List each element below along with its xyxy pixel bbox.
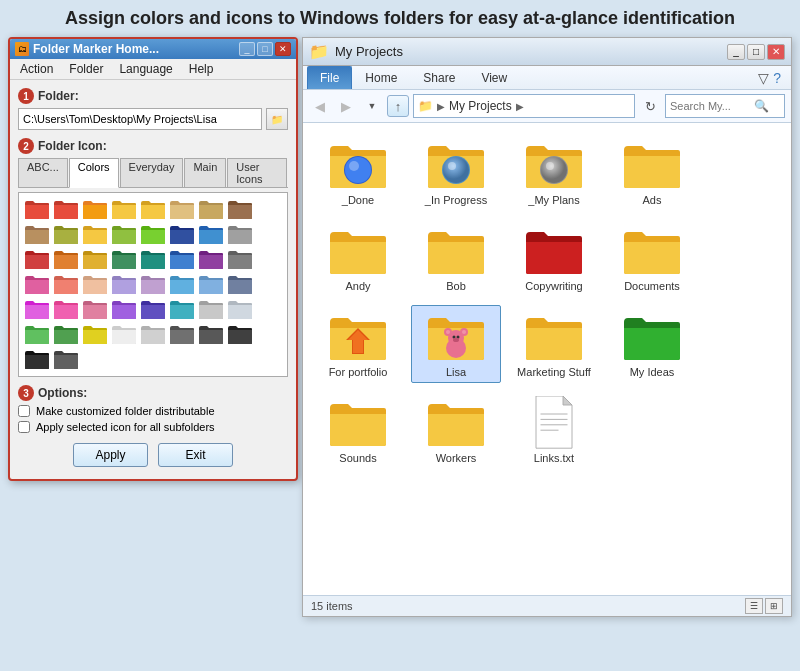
folder-ltgreen-1[interactable]: [23, 322, 51, 346]
ribbon-tab-share[interactable]: Share: [410, 66, 468, 89]
folder-lime-2[interactable]: [139, 222, 167, 246]
folder-red-2[interactable]: [52, 197, 80, 221]
folder-skyblue-1[interactable]: [168, 272, 196, 296]
forward-button[interactable]: ▶: [335, 95, 357, 117]
folder-white-1[interactable]: [110, 322, 138, 346]
folder-grey-1[interactable]: [226, 222, 254, 246]
folder-ltblue-1[interactable]: [197, 272, 225, 296]
large-icon-view-button[interactable]: ⊞: [765, 598, 783, 614]
folder-pink-1[interactable]: [23, 272, 51, 296]
folder-black-1[interactable]: [226, 322, 254, 346]
explorer-close[interactable]: ✕: [767, 44, 785, 60]
recent-button[interactable]: ▼: [361, 95, 383, 117]
folder-violet-1[interactable]: [110, 297, 138, 321]
up-button[interactable]: ↑: [387, 95, 409, 117]
folder-darkgrey-1[interactable]: [168, 322, 196, 346]
list-item[interactable]: Bob: [411, 219, 501, 297]
folder-salmon-1[interactable]: [52, 272, 80, 296]
folder-yellow-3[interactable]: [81, 222, 109, 246]
folder-red-3[interactable]: [23, 247, 51, 271]
folder-magenta-1[interactable]: [23, 297, 51, 321]
folder-rose-1[interactable]: [81, 297, 109, 321]
list-item[interactable]: For portfolio: [313, 305, 403, 383]
menu-language[interactable]: Language: [115, 61, 176, 77]
folder-lilac-1[interactable]: [139, 272, 167, 296]
list-item[interactable]: Andy: [313, 219, 403, 297]
folder-green-2[interactable]: [52, 322, 80, 346]
folder-silver-1[interactable]: [226, 297, 254, 321]
folder-brown-1[interactable]: [226, 197, 254, 221]
refresh-button[interactable]: ↻: [639, 95, 661, 117]
folder-navy-1[interactable]: [168, 222, 196, 246]
folder-orange-1[interactable]: [81, 197, 109, 221]
list-item[interactable]: Ads: [607, 133, 697, 211]
folder-path-input[interactable]: [18, 108, 262, 130]
tab-colors[interactable]: Colors: [69, 158, 119, 188]
minimize-button[interactable]: _: [239, 42, 255, 56]
tab-user-icons[interactable]: User Icons: [227, 158, 287, 187]
search-icon[interactable]: 🔍: [754, 99, 769, 113]
tab-everyday[interactable]: Everyday: [120, 158, 184, 187]
folder-blue-2[interactable]: [168, 247, 196, 271]
tab-main[interactable]: Main: [184, 158, 226, 187]
apply-button[interactable]: Apply: [73, 443, 148, 467]
menu-help[interactable]: Help: [185, 61, 218, 77]
folder-pink-2[interactable]: [52, 297, 80, 321]
tab-abc[interactable]: ABC...: [18, 158, 68, 187]
folder-blue-1[interactable]: [197, 222, 225, 246]
path-myprojects[interactable]: My Projects: [449, 99, 512, 113]
list-item[interactable]: Marketing Stuff: [509, 305, 599, 383]
list-item[interactable]: Sounds: [313, 391, 403, 469]
exit-button[interactable]: Exit: [158, 443, 233, 467]
menu-action[interactable]: Action: [16, 61, 57, 77]
help-icon[interactable]: ▽: [758, 70, 769, 86]
folder-lime-1[interactable]: [110, 222, 138, 246]
list-item[interactable]: _My Plans: [509, 133, 599, 211]
folder-ltgrey-2[interactable]: [139, 322, 167, 346]
folder-purple-1[interactable]: [197, 247, 225, 271]
list-item[interactable]: My Ideas: [607, 305, 697, 383]
menu-folder[interactable]: Folder: [65, 61, 107, 77]
back-button[interactable]: ◀: [309, 95, 331, 117]
folder-yellow-1[interactable]: [110, 197, 138, 221]
distributable-checkbox[interactable]: [18, 405, 30, 417]
explorer-restore[interactable]: □: [747, 44, 765, 60]
folder-brown-2[interactable]: [23, 222, 51, 246]
folder-indigo-1[interactable]: [139, 297, 167, 321]
folder-tan-1[interactable]: [168, 197, 196, 221]
explorer-minimize[interactable]: _: [727, 44, 745, 60]
folder-olive-1[interactable]: [52, 222, 80, 246]
list-item[interactable]: _Done: [313, 133, 403, 211]
search-input[interactable]: [670, 100, 750, 112]
folder-yellow-5[interactable]: [81, 322, 109, 346]
subfolders-checkbox[interactable]: [18, 421, 30, 433]
folder-teal-1[interactable]: [139, 247, 167, 271]
folder-ltgrey-1[interactable]: [197, 297, 225, 321]
folder-black-2[interactable]: [23, 347, 51, 371]
folder-red-1[interactable]: [23, 197, 51, 221]
list-item[interactable]: Documents: [607, 219, 697, 297]
folder-grey-2[interactable]: [226, 247, 254, 271]
folder-lavender-1[interactable]: [110, 272, 138, 296]
ribbon-tab-file[interactable]: File: [307, 66, 352, 89]
folder-browse-button[interactable]: 📁: [266, 108, 288, 130]
folder-darkgrey-2[interactable]: [52, 347, 80, 371]
ribbon-tab-home[interactable]: Home: [352, 66, 410, 89]
folder-yellow-2[interactable]: [139, 197, 167, 221]
list-view-button[interactable]: ☰: [745, 598, 763, 614]
info-icon[interactable]: ?: [773, 70, 781, 86]
folder-yellow-4[interactable]: [81, 247, 109, 271]
list-item[interactable]: Lisa: [411, 305, 501, 383]
ribbon-tab-view[interactable]: View: [468, 66, 520, 89]
list-item[interactable]: Workers: [411, 391, 501, 469]
list-item[interactable]: Links.txt: [509, 391, 599, 469]
folder-slate-1[interactable]: [226, 272, 254, 296]
folder-tan-2[interactable]: [197, 197, 225, 221]
close-button[interactable]: ✕: [275, 42, 291, 56]
list-item[interactable]: _In Progress: [411, 133, 501, 211]
folder-green-1[interactable]: [110, 247, 138, 271]
folder-charcoal-1[interactable]: [197, 322, 225, 346]
folder-orange-2[interactable]: [52, 247, 80, 271]
folder-cyan-1[interactable]: [168, 297, 196, 321]
address-path[interactable]: 📁 ▶ My Projects ▶: [413, 94, 635, 118]
